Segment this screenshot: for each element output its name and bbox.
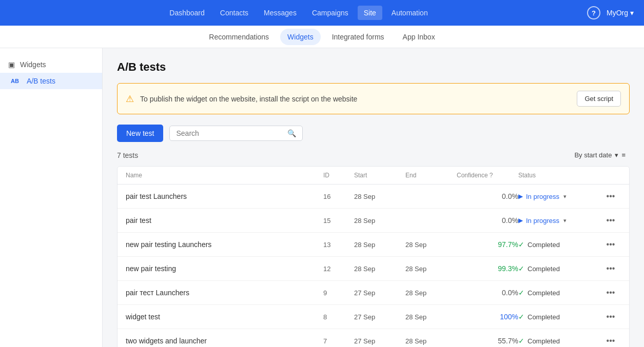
help-button[interactable]: ? [587,6,600,19]
get-script-button[interactable]: Get script [577,91,621,107]
nav-automation[interactable]: Automation [385,6,434,20]
row-name: new pair testing [126,264,323,273]
row-confidence: 97.7% [457,240,518,249]
nav-site[interactable]: Site [358,6,382,20]
col-confidence-header: Confidence ? [457,172,518,179]
status-dropdown-icon[interactable]: ▾ [563,193,567,200]
widgets-icon: ▣ [8,60,15,69]
search-box: 🔍 [169,126,303,141]
play-icon: ▶ [518,217,523,224]
row-status: ✓ Completed [518,289,600,297]
row-start: 27 Sep [354,337,405,345]
table-header: Name ID Start End Confidence ? Status [118,167,629,185]
nav-campaigns[interactable]: Campaigns [306,6,355,20]
row-id: 12 [323,265,354,273]
sub-nav: Recommendations Widgets Integrated forms… [0,26,644,48]
main-layout: ▣ Widgets AB A/B tests A/B tests ⚠ To pu… [0,48,644,347]
row-id: 9 [323,289,354,297]
row-name: widget test [126,313,323,321]
status-label: Completed [528,241,560,249]
search-input[interactable] [176,129,283,137]
confidence-help-icon[interactable]: ? [490,172,493,179]
new-test-button[interactable]: New test [117,125,163,142]
nav-messages[interactable]: Messages [258,6,303,20]
org-selector[interactable]: MyOrg ▾ [607,9,634,17]
row-status: ▶ In progress ▾ [518,193,600,200]
subnav-widgets[interactable]: Widgets [280,29,321,45]
status-label: Completed [528,265,560,273]
table-row: new pair testing Launchers 13 28 Sep 28 … [118,233,629,257]
ab-icon: AB [8,77,22,85]
more-options-button[interactable]: ••• [600,311,621,322]
row-name: pair тест Launchers [126,289,323,297]
col-actions-header [600,172,621,179]
row-id: 13 [323,241,354,249]
sidebar-item-ab-tests[interactable]: AB A/B tests [0,73,102,89]
table-row: new pair testing 12 28 Sep 28 Sep 99.3% … [118,257,629,281]
install-banner: ⚠ To publish the widget on the website, … [117,83,630,114]
tests-count: 7 tests [117,151,138,159]
row-confidence: 0.0% [457,216,518,224]
row-end: 28 Sep [405,337,457,345]
more-options-button[interactable]: ••• [600,263,621,274]
banner-text: To publish the widget on the website, in… [140,95,571,103]
more-options-button[interactable]: ••• [600,215,621,226]
row-name: new pair testing Launchers [126,240,323,249]
col-name-header: Name [126,172,323,179]
tests-table: Name ID Start End Confidence ? Status pa… [117,166,630,347]
col-start-header: Start [354,172,405,179]
row-end: 28 Sep [405,265,457,273]
row-id: 16 [323,193,354,200]
subnav-recommendations[interactable]: Recommendations [202,29,276,45]
nav-dashboard[interactable]: Dashboard [163,6,211,20]
row-end: 28 Sep [405,241,457,249]
subnav-app-inbox[interactable]: App Inbox [396,29,442,45]
more-options-button[interactable]: ••• [600,287,621,298]
sidebar-item-widgets-label: Widgets [20,60,46,69]
row-start: 28 Sep [354,241,405,249]
more-options-button[interactable]: ••• [600,335,621,346]
check-icon: ✓ [518,264,524,273]
status-label: In progress [526,217,559,224]
more-options-button[interactable]: ••• [600,239,621,250]
row-confidence: 55.7% [457,337,518,345]
check-icon: ✓ [518,289,524,297]
main-content: A/B tests ⚠ To publish the widget on the… [103,48,644,347]
col-status-header: Status [518,172,600,179]
search-icon: 🔍 [287,129,296,137]
row-start: 27 Sep [354,313,405,321]
row-start: 28 Sep [354,193,405,200]
col-id-header: ID [323,172,354,179]
row-status: ✓ Completed [518,337,600,345]
sidebar-item-ab-label: A/B tests [27,77,55,85]
sort-button[interactable]: By start date ▾ ≡ [570,149,630,161]
row-status: ▶ In progress ▾ [518,217,600,224]
more-options-button[interactable]: ••• [600,191,621,202]
stats-row: 7 tests By start date ▾ ≡ [117,149,630,161]
row-start: 28 Sep [354,265,405,273]
row-confidence: 100% [457,313,518,321]
warning-icon: ⚠ [126,93,134,105]
col-end-header: End [405,172,457,179]
table-row: pair test 15 28 Sep 0.0% ▶ In progress ▾… [118,209,629,233]
nav-contacts[interactable]: Contacts [214,6,255,20]
table-row: widget test 8 27 Sep 28 Sep 100% ✓ Compl… [118,305,629,329]
table-row: pair test Launchers 16 28 Sep 0.0% ▶ In … [118,185,629,209]
row-end: 28 Sep [405,289,457,297]
table-row: pair тест Launchers 9 27 Sep 28 Sep 0.0%… [118,281,629,305]
row-name: two widgets and launcher [126,337,323,345]
row-id: 15 [323,217,354,224]
sidebar-item-widgets[interactable]: ▣ Widgets [0,56,102,73]
check-icon: ✓ [518,240,524,249]
status-label: Completed [528,337,560,345]
row-confidence: 99.3% [457,264,518,273]
play-icon: ▶ [518,193,523,200]
row-status: ✓ Completed [518,240,600,249]
row-status: ✓ Completed [518,264,600,273]
status-dropdown-icon[interactable]: ▾ [563,217,567,224]
row-name: pair test Launchers [126,192,323,200]
toolbar: New test 🔍 [117,125,630,142]
subnav-integrated-forms[interactable]: Integrated forms [325,29,392,45]
check-icon: ✓ [518,337,524,345]
status-label: In progress [526,193,559,200]
